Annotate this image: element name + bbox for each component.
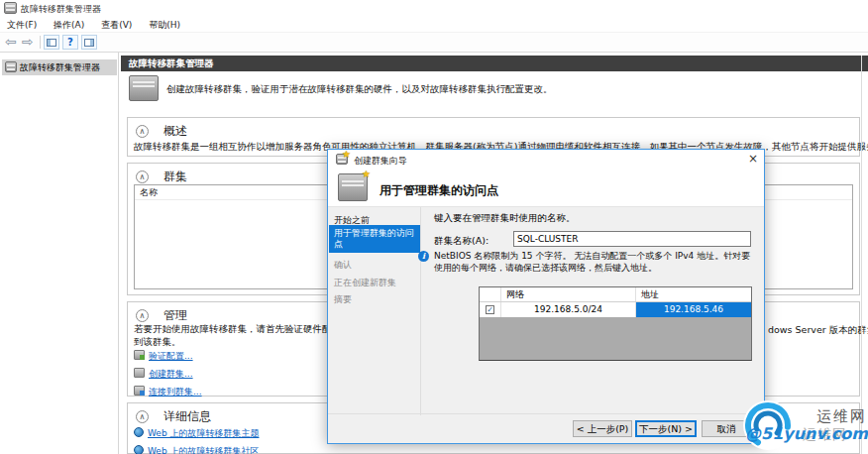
- create-cluster-icon: [134, 368, 145, 378]
- failover-cluster-icon: [129, 75, 159, 101]
- toolbar: ⇦ ⇨ ?: [0, 33, 868, 53]
- tree-item-label: 故障转移群集管理器: [20, 62, 100, 72]
- link-connect-to-cluster[interactable]: 连接到群集...: [134, 386, 202, 399]
- section-title: 群集: [163, 170, 187, 183]
- dialog-title: 创建群集向导: [354, 155, 407, 168]
- network-checkbox[interactable]: ✓: [486, 305, 494, 314]
- dialog-header: 用于管理群集的访问点: [328, 170, 764, 207]
- tree-item-failover-cluster-manager[interactable]: 故障转移群集管理器: [2, 59, 117, 75]
- management-text-line1: 若要开始使用故障转移群集，请首先验证硬件配置，: [134, 323, 351, 336]
- console-tree-button[interactable]: [44, 35, 59, 50]
- link-failover-community-web[interactable]: Web 上的故障转移群集社区: [134, 445, 259, 454]
- close-icon[interactable]: ×: [745, 152, 761, 168]
- cluster-name-input[interactable]: [513, 231, 751, 247]
- console-tree-panel: 故障转移群集管理器: [0, 53, 119, 454]
- networks-table[interactable]: 网络 地址 ✓ 192.168.5.0/24 192.168.5.46: [479, 286, 752, 361]
- menu-bar: 文件(F) 操作(A) 查看(V) 帮助(H): [0, 17, 868, 33]
- info-icon: i: [418, 251, 429, 262]
- menu-view[interactable]: 查看(V): [101, 17, 132, 33]
- step-confirmation: 确认: [334, 259, 352, 272]
- cluster-manager-icon: [5, 61, 17, 72]
- cluster-access-point-icon: [338, 173, 368, 201]
- forward-icon[interactable]: ⇨: [22, 33, 34, 52]
- action-pane-icon: [84, 39, 94, 47]
- next-button[interactable]: 下一步(N) >: [635, 420, 697, 437]
- step-access-point-active: 用于管理群集的访问点: [329, 225, 420, 253]
- table-header-row: 网络 地址: [480, 287, 751, 302]
- app-icon: [4, 2, 17, 14]
- section-title: 管理: [163, 308, 187, 322]
- main-panel-header: 故障转移群集管理器: [121, 56, 868, 71]
- help-icon: ?: [67, 37, 73, 48]
- dialog-title-bar[interactable]: 创建群集向导 ×: [328, 150, 764, 170]
- title-bar: 故障转移群集管理器: [0, 0, 868, 17]
- cancel-button[interactable]: 取消: [702, 420, 751, 437]
- toolbar-separator: [40, 36, 41, 49]
- network-cell[interactable]: 192.168.5.0/24: [501, 302, 636, 317]
- globe-icon: [134, 445, 144, 454]
- validate-configuration-icon: [134, 350, 145, 360]
- collapse-icon[interactable]: ∧: [136, 309, 149, 322]
- step-creating-new-cluster: 正在创建新群集: [334, 277, 396, 289]
- globe-icon: [134, 427, 144, 437]
- management-text-line2: 到该群集。: [134, 336, 181, 349]
- previous-button[interactable]: < 上一步(P): [573, 420, 632, 437]
- checkbox-column: [480, 287, 501, 301]
- collapse-icon[interactable]: ∧: [136, 170, 149, 183]
- window-title: 故障转移群集管理器: [21, 3, 101, 16]
- section-title: 概述: [163, 124, 187, 138]
- step-summary: 摘要: [334, 293, 352, 306]
- dialog-button-bar: < 上一步(P) 下一步(N) > 取消: [328, 413, 764, 443]
- console-tree-icon: [47, 39, 56, 47]
- back-icon[interactable]: ⇦: [5, 33, 17, 52]
- help-button[interactable]: ?: [62, 35, 78, 50]
- action-pane-button[interactable]: [81, 35, 97, 50]
- network-row[interactable]: ✓ 192.168.5.0/24 192.168.5.46: [480, 302, 751, 317]
- wizard-steps-sidebar: 开始之前 用于管理群集的访问点 确认 正在创建新群集 摘要: [328, 207, 421, 415]
- menu-help[interactable]: 帮助(H): [149, 17, 180, 33]
- panel-description: 创建故障转移群集，验证用于潜在故障转移群集的硬件，以及对故障转移群集执行配置更改…: [166, 83, 860, 96]
- dialog-heading: 用于管理群集的访问点: [380, 182, 498, 199]
- connect-to-cluster-icon: [134, 386, 145, 396]
- link-failover-topics-web[interactable]: Web 上的故障转移群集主题: [134, 427, 259, 441]
- create-cluster-wizard-dialog: 创建群集向导 × 用于管理群集的访问点 开始之前 用于管理群集的访问点 确认 正…: [327, 149, 765, 444]
- address-cell-selected[interactable]: 192.168.5.46: [636, 302, 751, 317]
- link-validate-configuration[interactable]: 验证配置...: [134, 350, 193, 364]
- link-create-cluster[interactable]: 创建群集...: [134, 368, 193, 382]
- instruction-text: 键入要在管理群集时使用的名称。: [434, 212, 576, 225]
- management-text-fragment: dows Server 版本的群集直: [768, 324, 868, 337]
- collapse-icon[interactable]: ∧: [136, 125, 149, 138]
- wizard-icon: [336, 154, 348, 165]
- cluster-name-label: 群集名称(A):: [434, 235, 488, 248]
- collapse-icon[interactable]: ∧: [136, 410, 149, 423]
- netbios-note: NetBIOS 名称限制为 15 个字符。 无法自动配置一个或多个 IPv4 地…: [434, 250, 757, 274]
- network-column-header[interactable]: 网络: [501, 287, 636, 301]
- panel-right-border: [861, 56, 862, 454]
- menu-action[interactable]: 操作(A): [54, 17, 84, 33]
- section-title: 详细信息: [163, 409, 211, 423]
- menu-file[interactable]: 文件(F): [7, 17, 37, 33]
- address-column-header[interactable]: 地址: [636, 287, 751, 301]
